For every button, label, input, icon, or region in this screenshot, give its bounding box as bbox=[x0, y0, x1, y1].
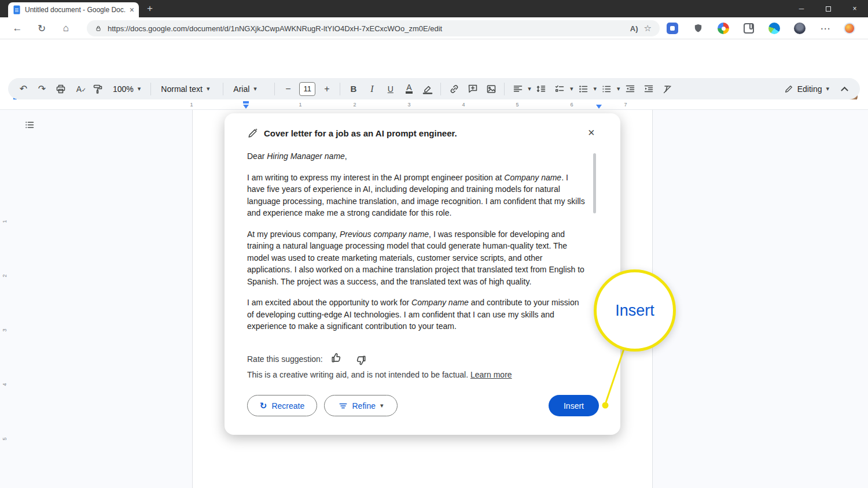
url-text[interactable]: https://docs.google.com/document/d/1nNGX… bbox=[108, 24, 624, 33]
right-indent-marker[interactable] bbox=[596, 105, 602, 109]
highlight-color-button[interactable] bbox=[419, 81, 436, 97]
learn-more-link[interactable]: Learn more bbox=[470, 370, 512, 379]
insert-button[interactable]: Insert bbox=[549, 395, 599, 416]
extension-icon-pinwheel[interactable] bbox=[718, 23, 729, 34]
vertical-ruler-number: 2 bbox=[2, 274, 8, 277]
print-button[interactable] bbox=[52, 81, 69, 97]
decrease-indent-button[interactable] bbox=[621, 81, 638, 97]
increase-indent-button[interactable] bbox=[640, 81, 657, 97]
google-docs-favicon bbox=[13, 5, 21, 14]
undo-button[interactable]: ↶ bbox=[15, 81, 32, 97]
pencil-icon bbox=[784, 84, 793, 94]
toolbar-divider bbox=[440, 83, 441, 95]
decrease-font-size-button[interactable]: − bbox=[279, 81, 296, 97]
browser-tab[interactable]: Untitled document - Google Doc... × bbox=[8, 2, 139, 17]
collapse-toolbar-button[interactable] bbox=[836, 81, 853, 97]
first-line-indent-marker[interactable] bbox=[243, 101, 249, 103]
caret-down-icon[interactable]: ▾ bbox=[593, 85, 597, 93]
extension-icon-blue[interactable] bbox=[667, 23, 678, 34]
read-aloud-icon[interactable]: A) bbox=[630, 24, 638, 33]
checklist-button[interactable] bbox=[551, 81, 568, 97]
document-outline-button[interactable] bbox=[23, 119, 36, 131]
callout-circle: Insert bbox=[594, 269, 676, 352]
toolbar-divider bbox=[274, 83, 275, 95]
vertical-ruler-number: 3 bbox=[2, 328, 8, 331]
underline-button[interactable]: U bbox=[382, 81, 399, 97]
zoom-value: 100% bbox=[113, 84, 134, 94]
editing-mode-select[interactable]: Editing ▾ bbox=[779, 81, 834, 97]
spellcheck-button[interactable]: A✓ bbox=[71, 81, 87, 97]
browser-profile-avatar[interactable] bbox=[794, 23, 806, 34]
caret-down-icon: ▾ bbox=[253, 85, 257, 93]
ruler-number: 1 bbox=[299, 102, 301, 108]
chevron-up-icon bbox=[841, 87, 848, 94]
extension-icon-tabs[interactable] bbox=[744, 23, 754, 34]
clear-formatting-button[interactable] bbox=[659, 81, 675, 97]
bold-button[interactable]: B bbox=[345, 81, 362, 97]
insert-link-button[interactable] bbox=[446, 81, 462, 97]
caret-down-icon[interactable]: ▾ bbox=[570, 85, 573, 93]
favorites-star-icon[interactable]: ☆ bbox=[644, 23, 652, 34]
insert-image-button[interactable] bbox=[483, 81, 499, 97]
reload-button[interactable]: ↻ bbox=[32, 17, 51, 39]
increase-font-size-button[interactable]: + bbox=[318, 81, 335, 97]
thumbs-down-button[interactable] bbox=[354, 354, 367, 369]
recreate-button[interactable]: ↻ Recreate bbox=[247, 395, 317, 416]
callout-label: Insert bbox=[615, 302, 654, 320]
address-bar[interactable]: https://docs.google.com/document/d/1nNGX… bbox=[87, 20, 660, 36]
font-value: Arial bbox=[233, 84, 249, 94]
shield-icon[interactable] bbox=[692, 23, 704, 34]
ruler-number: 3 bbox=[407, 102, 410, 108]
numbered-list-icon bbox=[601, 84, 612, 94]
browser-menu-icon[interactable]: ⋯ bbox=[816, 17, 834, 39]
maximize-button[interactable] bbox=[815, 0, 841, 17]
print-icon bbox=[56, 84, 66, 94]
redo-button[interactable]: ↷ bbox=[34, 81, 50, 97]
docs-toolbar: ↶ ↷ A✓ 100%▾ Normal text▾ Arial▾ − 11 + … bbox=[8, 78, 860, 99]
paint-roller-icon bbox=[93, 84, 103, 94]
new-tab-button[interactable]: + bbox=[147, 3, 153, 14]
home-button[interactable]: ⌂ bbox=[57, 17, 75, 39]
edge-profile-icon[interactable] bbox=[844, 23, 855, 34]
recreate-label: Recreate bbox=[271, 401, 304, 411]
docs-header: Untitled document ☆ File Edit View Inser… bbox=[0, 39, 868, 76]
font-select[interactable]: Arial▾ bbox=[228, 81, 270, 97]
thumbs-up-button[interactable] bbox=[330, 352, 343, 367]
paragraph: I am excited about the opportunity to wo… bbox=[247, 297, 587, 332]
mode-label: Editing bbox=[797, 84, 822, 94]
outline-icon bbox=[24, 120, 35, 130]
insert-label: Insert bbox=[564, 401, 584, 411]
caret-down-icon[interactable]: ▾ bbox=[528, 85, 531, 93]
caret-down-icon: ▾ bbox=[207, 85, 210, 93]
bulleted-list-button[interactable] bbox=[575, 81, 591, 97]
refine-button[interactable]: Refine ▾ bbox=[324, 395, 398, 416]
ruler-number: 2 bbox=[353, 102, 356, 108]
extension-icon-swirl[interactable] bbox=[768, 23, 780, 34]
paragraph: At my previous company, Previous company… bbox=[247, 228, 587, 288]
zoom-select[interactable]: 100%▾ bbox=[108, 81, 146, 97]
ruler-number: 5 bbox=[516, 102, 518, 108]
align-button[interactable] bbox=[509, 81, 526, 97]
add-comment-button[interactable] bbox=[464, 81, 481, 97]
paragraph: I am writing to express my interest in t… bbox=[247, 172, 587, 219]
window-controls: ─ × bbox=[788, 0, 868, 17]
browser-titlebar: Untitled document - Google Doc... × + ─ … bbox=[0, 0, 868, 17]
close-dialog-icon[interactable]: × bbox=[588, 126, 595, 139]
left-indent-marker[interactable] bbox=[243, 105, 249, 109]
add-comment-icon bbox=[468, 84, 478, 94]
italic-button[interactable]: I bbox=[363, 81, 380, 97]
text-color-button[interactable]: A bbox=[400, 81, 417, 97]
back-button[interactable]: ← bbox=[8, 17, 27, 39]
caret-down-icon[interactable]: ▾ bbox=[617, 85, 620, 93]
numbered-list-button[interactable] bbox=[598, 81, 615, 97]
minimize-button[interactable]: ─ bbox=[788, 0, 815, 17]
tab-close-icon[interactable]: × bbox=[130, 6, 134, 14]
vertical-ruler-number: 1 bbox=[2, 220, 8, 223]
paint-format-button[interactable] bbox=[89, 81, 106, 97]
font-size-input[interactable]: 11 bbox=[299, 82, 315, 96]
paragraph-style-select[interactable]: Normal text▾ bbox=[156, 81, 218, 97]
toolbar-divider bbox=[340, 83, 340, 95]
close-window-button[interactable]: × bbox=[841, 0, 868, 17]
line-spacing-button[interactable] bbox=[533, 81, 550, 97]
dialog-scrollbar[interactable] bbox=[593, 153, 596, 213]
